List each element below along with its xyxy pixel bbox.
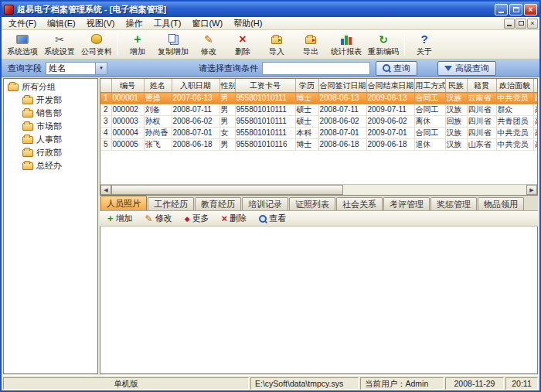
- col-header-hire-date[interactable]: 入职日期: [172, 80, 219, 93]
- col-header-employment-type[interactable]: 用工方式: [414, 80, 445, 93]
- folder-icon: [22, 136, 33, 144]
- col-header-political-status[interactable]: 政治面貌: [496, 80, 533, 93]
- tab-training-records[interactable]: 培训记录: [242, 197, 288, 210]
- cell: 离休: [414, 116, 445, 128]
- table-header-row: 编号 姓名 入职日期 性别 工资卡号 学历 合同签订日期 合同结束日期 用工方式…: [100, 80, 538, 93]
- col-header-id[interactable]: 编号: [111, 80, 144, 93]
- menu-item-view[interactable]: 视图(V): [81, 17, 121, 29]
- export-button[interactable]: ▸ 导出: [294, 32, 328, 58]
- toolbar-label: 导出: [303, 46, 318, 57]
- maximize-button[interactable]: [509, 4, 522, 15]
- cell: 2008-06-18: [318, 139, 366, 151]
- col-header-clipped[interactable]: 扶: [533, 80, 538, 93]
- col-header-education[interactable]: 学历: [295, 80, 318, 93]
- import-button[interactable]: ▸ 导入: [260, 32, 294, 58]
- col-header-native-place[interactable]: 籍贯: [467, 80, 496, 93]
- folder-icon: [22, 162, 33, 170]
- recode-button[interactable]: ↻ 重新编码: [365, 32, 402, 58]
- detail-add-button[interactable]: + 增加: [102, 212, 138, 226]
- chevron-down-icon[interactable]: ▼: [95, 63, 107, 74]
- horizontal-scrollbar[interactable]: ◀ ▶: [100, 184, 537, 195]
- scrollbar-thumb[interactable]: [111, 185, 343, 195]
- detail-modify-button[interactable]: ✎ 修改: [140, 212, 178, 226]
- status-edition: 单机版: [3, 377, 249, 390]
- tree-item-hr-dept[interactable]: 人事部: [4, 133, 97, 146]
- window-title: 超易电子档案管理系统 - [电子档案管理]: [17, 4, 495, 15]
- menu-item-tools[interactable]: 工具(T): [148, 17, 186, 29]
- system-settings-button[interactable]: ✂ 系统设置: [41, 32, 78, 58]
- col-header-contract-end[interactable]: 合同结束日期: [366, 80, 414, 93]
- tab-social-relations[interactable]: 社会关系: [336, 197, 383, 210]
- tab-work-history[interactable]: 工作经历: [148, 197, 194, 210]
- scroll-left-button[interactable]: ◀: [100, 185, 111, 195]
- detail-more-button[interactable]: ◆ 更多: [179, 212, 215, 226]
- tree-item-gm-office[interactable]: 总经办: [4, 159, 97, 172]
- mdi-close-button[interactable]: ×: [527, 19, 538, 29]
- tree-item-admin-dept[interactable]: 行政部: [4, 146, 97, 159]
- tree-item-market-dept[interactable]: 市场部: [4, 120, 97, 133]
- menu-item-window[interactable]: 窗口(W): [186, 17, 228, 29]
- import-icon: ▸: [271, 33, 282, 46]
- cell: 2009-07-01: [366, 128, 414, 139]
- tab-education-history[interactable]: 教育经历: [195, 197, 241, 210]
- col-header-rownum[interactable]: [100, 80, 111, 93]
- search-button[interactable]: 查询: [376, 61, 417, 76]
- minimize-button[interactable]: [495, 4, 508, 15]
- company-info-button[interactable]: 公司资料: [78, 32, 115, 58]
- col-header-contract-start[interactable]: 合同签订日期: [318, 80, 366, 93]
- mdi-minimize-button[interactable]: [504, 19, 515, 29]
- col-header-name[interactable]: 姓名: [144, 80, 172, 93]
- col-header-salary-card[interactable]: 工资卡号: [235, 80, 295, 93]
- export-icon: ▸: [305, 33, 316, 46]
- about-button[interactable]: ? 关于: [407, 32, 441, 58]
- cell: 合同工: [414, 128, 445, 139]
- detail-delete-button[interactable]: × 删除: [216, 212, 253, 226]
- cell: 高: [533, 116, 538, 128]
- delete-button[interactable]: × 删除: [226, 32, 260, 58]
- mdi-restore-button[interactable]: [515, 19, 526, 29]
- table-row[interactable]: 5 000005 张飞 2008-06-18 男 955801010116 博士…: [100, 139, 538, 151]
- folder-icon: [22, 123, 33, 131]
- menu-item-help[interactable]: 帮助(H): [228, 17, 267, 29]
- tree-item-sales-dept[interactable]: 销售部: [4, 107, 97, 120]
- cell: 中共党员: [496, 93, 533, 104]
- table-row-selected[interactable]: 1 000001 曹操 2007-06-13 男 955801010111 博士…: [100, 93, 538, 104]
- cell: 955801010111: [235, 128, 295, 139]
- copy-add-button[interactable]: 复制增加: [155, 32, 192, 58]
- modify-button[interactable]: ✎ 修改: [192, 32, 226, 58]
- tree-item-dev-dept[interactable]: 开发部: [4, 94, 97, 107]
- table-row[interactable]: 2 000002 刘备 2008-07-11 男 955801010111 硕士…: [100, 104, 538, 116]
- menu-item-file[interactable]: 文件(F): [3, 17, 42, 29]
- menu-item-operate[interactable]: 操作: [120, 17, 148, 29]
- table-row[interactable]: 3 000003 孙权 2008-06-02 男 955801010111 硕士…: [100, 116, 538, 128]
- col-header-ethnicity[interactable]: 民族: [445, 80, 467, 93]
- col-header-gender[interactable]: 性别: [219, 80, 235, 93]
- toolbar-label: 重新编码: [368, 46, 399, 57]
- tab-photo[interactable]: 人员照片: [100, 196, 147, 210]
- app-window: 超易电子档案管理系统 - [电子档案管理] × 文件(F) 编辑(E) 视图(V…: [0, 0, 541, 392]
- tree-root-label: 所有分组: [22, 81, 56, 93]
- tab-rewards-punishments[interactable]: 奖惩管理: [430, 197, 477, 210]
- cell: 四川省: [467, 128, 496, 139]
- tree-root-all-groups[interactable]: 所有分组: [4, 80, 97, 94]
- diamond-icon: ◆: [185, 215, 190, 223]
- query-condition-input[interactable]: [262, 62, 370, 75]
- cell: 合同工: [414, 93, 445, 104]
- cell: 张飞: [144, 139, 172, 151]
- advanced-search-label: 高级查询: [455, 63, 489, 74]
- cell: 2009-06-18: [366, 139, 414, 151]
- advanced-search-button[interactable]: 高级查询: [437, 61, 496, 76]
- tab-certificates[interactable]: 证照列表: [289, 197, 335, 210]
- table-row[interactable]: 4 000004 孙尚香 2008-07-01 女 955801010111 本…: [100, 128, 538, 139]
- tab-item-borrowing[interactable]: 物品领用: [478, 197, 524, 210]
- statistics-report-button[interactable]: 统计报表: [328, 32, 365, 58]
- add-button[interactable]: + 增加: [121, 32, 155, 58]
- detail-view-button[interactable]: 查看: [253, 212, 291, 226]
- close-button[interactable]: ×: [524, 4, 537, 15]
- menu-item-edit[interactable]: 编辑(E): [42, 17, 81, 29]
- system-options-button[interactable]: 系统选项: [4, 32, 41, 58]
- tab-evaluation[interactable]: 考评管理: [383, 197, 430, 210]
- database-icon: [91, 34, 102, 44]
- query-field-select[interactable]: 姓名 ▼: [46, 62, 107, 75]
- scroll-right-button[interactable]: ▶: [526, 185, 537, 195]
